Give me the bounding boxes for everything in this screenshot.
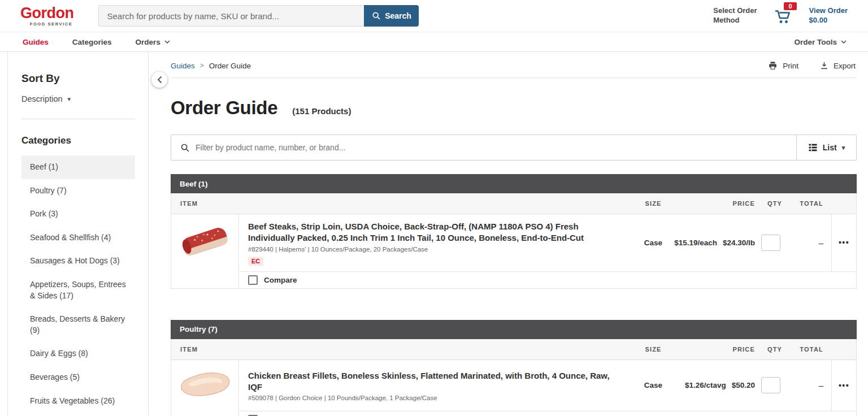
nav-orders[interactable]: Orders: [136, 38, 170, 46]
compare-checkbox[interactable]: [248, 275, 258, 285]
row-menu-button[interactable]: •••: [831, 214, 856, 271]
nav-order-tools[interactable]: Order Tools: [794, 38, 847, 46]
breadcrumb-row: Guides > Order Guide Print: [171, 52, 857, 70]
row-menu-button[interactable]: •••: [831, 360, 856, 411]
product-image[interactable]: [171, 214, 239, 271]
nav-categories-label: Categories: [72, 38, 112, 46]
product-image[interactable]: [171, 360, 239, 411]
nav-categories[interactable]: Categories: [72, 38, 112, 46]
collapse-sidebar-button[interactable]: [151, 72, 167, 88]
price-secondary: $24.30/lb: [723, 239, 755, 247]
kebab-menu-icon: •••: [839, 381, 849, 390]
product-total: –: [788, 380, 831, 390]
sidebar-category-dairy[interactable]: Dairy & Eggs (8): [21, 342, 135, 366]
product-name-link[interactable]: Chicken Breast Fillets, Boneless Skinles…: [248, 370, 622, 393]
order-method-line1: Select Order: [713, 6, 757, 16]
breadcrumb: Guides > Order Guide: [171, 62, 251, 70]
ec-badge: EC: [248, 257, 263, 266]
view-toggle-dropdown[interactable]: List ▾: [796, 135, 856, 160]
filter-input[interactable]: [190, 143, 796, 152]
product-price: $1.26/ctavg $50.20: [676, 381, 761, 389]
col-header-size: SIZE: [631, 346, 676, 353]
table-row: Chicken Breast Fillets, Boneless Skinles…: [171, 360, 856, 411]
breadcrumb-separator: >: [200, 62, 204, 70]
compare-spacer: [171, 271, 239, 288]
product-size: Case: [631, 239, 676, 247]
product-qty: [761, 377, 788, 393]
chevron-down-icon: [841, 40, 847, 44]
breadcrumb-current: Order Guide: [209, 62, 251, 70]
nav-orders-label: Orders: [136, 38, 160, 46]
caret-down-icon: ▾: [842, 144, 845, 151]
export-label: Export: [834, 62, 856, 70]
global-search: Search: [98, 5, 419, 27]
qty-input[interactable]: [761, 377, 780, 393]
compare-row: Compare: [171, 271, 856, 288]
product-qty: [761, 235, 788, 251]
category-list: Beef (1) Poultry (7) Pork (3) Seafood & …: [8, 155, 148, 413]
cart-icon: [774, 9, 792, 24]
search-input[interactable]: [98, 5, 364, 27]
page-actions: Print Export: [768, 61, 857, 70]
sidebar-category-breads[interactable]: Breads, Desserts & Bakery (9): [21, 307, 135, 342]
cart-button[interactable]: 0: [774, 9, 792, 27]
page-title: Order Guide: [171, 97, 277, 119]
col-header-qty: QTY: [761, 346, 788, 353]
col-header-price: PRICE: [676, 200, 761, 207]
sidebar-category-seafood[interactable]: Seafood & Shellfish (4): [21, 226, 135, 250]
nav-order-tools-label: Order Tools: [794, 38, 837, 46]
table-header-row: ITEM SIZE PRICE QTY TOTAL: [171, 193, 856, 214]
sidebar-category-poultry[interactable]: Poultry (7): [21, 179, 135, 203]
sidebar-category-beverages[interactable]: Beverages (5): [21, 366, 135, 389]
qty-input[interactable]: [761, 235, 780, 251]
categories-heading: Categories: [21, 135, 134, 146]
top-header: Gordon FOOD SERVICE Search Select Order …: [0, 0, 868, 32]
chicken-breast-image: [177, 368, 233, 403]
compare-content: Compare: [239, 411, 856, 416]
product-name-link[interactable]: Beef Steaks, Strip Loin, USDA Choice, Ba…: [248, 221, 622, 244]
search-button-label: Search: [385, 11, 411, 20]
search-icon: [372, 11, 381, 20]
price-primary: $15.19/each: [674, 239, 717, 247]
header-divider: [171, 77, 857, 78]
col-header-price: PRICE: [676, 346, 761, 353]
compare-spacer: [171, 411, 239, 416]
title-row: Order Guide (151 Products): [171, 97, 857, 119]
col-header-total: TOTAL: [788, 346, 831, 353]
product-info: Chicken Breast Fillets, Boneless Skinles…: [239, 363, 631, 408]
product-total: –: [788, 238, 831, 248]
breadcrumb-guides-link[interactable]: Guides: [171, 62, 195, 70]
col-header-item: ITEM: [171, 200, 631, 207]
gordon-logo[interactable]: Gordon FOOD SERVICE: [20, 6, 73, 27]
sidebar-divider: [21, 119, 135, 119]
cart-count-badge: 0: [784, 2, 796, 10]
sidebar-category-appetizers[interactable]: Appetizers, Soups, Entrees & Sides (17): [21, 273, 135, 307]
print-button[interactable]: Print: [768, 61, 798, 70]
content-area: Sort By Description ▾ Categories Beef (1…: [0, 52, 868, 415]
sidebar-category-sausages[interactable]: Sausages & Hot Dogs (3): [21, 249, 135, 273]
filter-bar: List ▾: [171, 135, 857, 161]
search-button[interactable]: Search: [364, 5, 419, 27]
sort-by-dropdown[interactable]: Description ▾: [21, 94, 134, 103]
download-icon: [820, 61, 828, 70]
filter-search-icon: [180, 143, 190, 153]
sort-by-heading: Sort By: [21, 72, 134, 85]
table-header-row: ITEM SIZE PRICE QTY TOTAL: [171, 339, 856, 360]
chevron-down-icon: [164, 40, 170, 44]
main-nav: Guides Categories Orders Order Tools: [0, 32, 868, 52]
nav-guides-label: Guides: [23, 38, 49, 46]
sidebar-category-pork[interactable]: Pork (3): [21, 202, 135, 226]
logo-tagline: FOOD SERVICE: [20, 22, 73, 27]
select-order-method-button[interactable]: Select Order Method: [713, 6, 757, 25]
sidebar-category-beef[interactable]: Beef (1): [21, 155, 135, 179]
product-info: Beef Steaks, Strip Loin, USDA Choice, Ba…: [239, 214, 631, 271]
export-button[interactable]: Export: [820, 61, 856, 70]
compare-row: Compare: [171, 411, 856, 416]
table-row: Beef Steaks, Strip Loin, USDA Choice, Ba…: [171, 214, 856, 271]
compare-content: Compare: [239, 271, 856, 288]
price-secondary: $50.20: [732, 381, 755, 389]
view-order-button[interactable]: View Order $0.00: [809, 6, 848, 25]
nav-guides[interactable]: Guides: [23, 38, 49, 46]
beef-strip-loin-image: [177, 220, 233, 265]
sidebar-category-fruits-vegetables[interactable]: Fruits & Vegetables (26): [21, 389, 135, 413]
